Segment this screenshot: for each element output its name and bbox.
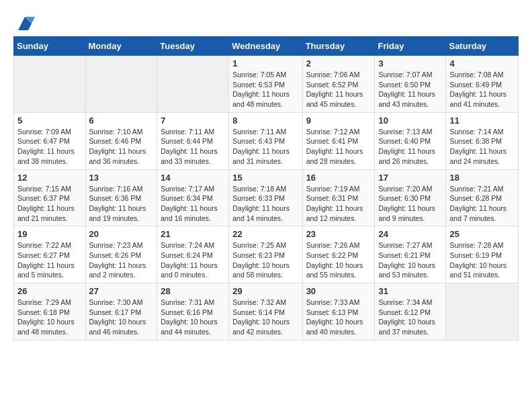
- calendar-cell: 10Sunrise: 7:13 AM Sunset: 6:40 PM Dayli…: [375, 112, 446, 169]
- day-info: Sunrise: 7:26 AM Sunset: 6:22 PM Dayligh…: [306, 240, 371, 280]
- day-info: Sunrise: 7:09 AM Sunset: 6:47 PM Dayligh…: [17, 127, 82, 167]
- calendar-week-5: 26Sunrise: 7:29 AM Sunset: 6:18 PM Dayli…: [14, 283, 519, 340]
- calendar-cell: 18Sunrise: 7:21 AM Sunset: 6:28 PM Dayli…: [446, 169, 519, 226]
- day-number: 11: [449, 116, 515, 126]
- calendar-cell: [157, 56, 229, 113]
- day-number: 4: [449, 58, 515, 68]
- calendar-week-3: 12Sunrise: 7:15 AM Sunset: 6:37 PM Dayli…: [14, 169, 519, 226]
- calendar-cell: 3Sunrise: 7:07 AM Sunset: 6:50 PM Daylig…: [375, 56, 446, 113]
- day-number: 9: [306, 116, 371, 126]
- calendar-cell: 27Sunrise: 7:30 AM Sunset: 6:17 PM Dayli…: [85, 283, 157, 340]
- day-info: Sunrise: 7:17 AM Sunset: 6:34 PM Dayligh…: [161, 184, 225, 224]
- day-number: 27: [89, 286, 154, 296]
- calendar-week-1: 1Sunrise: 7:05 AM Sunset: 6:53 PM Daylig…: [14, 56, 519, 113]
- day-number: 5: [17, 116, 82, 126]
- calendar-cell: 12Sunrise: 7:15 AM Sunset: 6:37 PM Dayli…: [14, 169, 86, 226]
- day-info: Sunrise: 7:10 AM Sunset: 6:46 PM Dayligh…: [89, 127, 154, 167]
- day-number: 17: [378, 173, 442, 183]
- calendar-cell: [85, 56, 157, 113]
- day-number: 6: [89, 116, 154, 126]
- day-info: Sunrise: 7:30 AM Sunset: 6:17 PM Dayligh…: [89, 298, 154, 337]
- day-info: Sunrise: 7:23 AM Sunset: 6:26 PM Dayligh…: [89, 240, 154, 280]
- day-info: Sunrise: 7:32 AM Sunset: 6:14 PM Dayligh…: [232, 298, 298, 337]
- day-info: Sunrise: 7:05 AM Sunset: 6:53 PM Dayligh…: [232, 70, 298, 109]
- day-info: Sunrise: 7:19 AM Sunset: 6:31 PM Dayligh…: [306, 184, 371, 224]
- day-info: Sunrise: 7:16 AM Sunset: 6:36 PM Dayligh…: [89, 184, 154, 224]
- calendar-cell: 1Sunrise: 7:05 AM Sunset: 6:53 PM Daylig…: [229, 56, 302, 113]
- day-number: 16: [306, 173, 371, 183]
- day-number: 10: [378, 116, 442, 126]
- day-info: Sunrise: 7:34 AM Sunset: 6:12 PM Dayligh…: [378, 298, 442, 337]
- day-number: 26: [17, 286, 82, 296]
- day-number: 22: [232, 229, 298, 239]
- day-info: Sunrise: 7:24 AM Sunset: 6:24 PM Dayligh…: [161, 240, 225, 280]
- calendar-cell: 20Sunrise: 7:23 AM Sunset: 6:26 PM Dayli…: [85, 226, 157, 283]
- calendar-cell: [446, 283, 519, 340]
- calendar-cell: 29Sunrise: 7:32 AM Sunset: 6:14 PM Dayli…: [229, 283, 302, 340]
- weekday-thursday: Thursday: [302, 37, 375, 56]
- day-info: Sunrise: 7:28 AM Sunset: 6:19 PM Dayligh…: [449, 240, 515, 280]
- calendar-cell: 22Sunrise: 7:25 AM Sunset: 6:23 PM Dayli…: [229, 226, 302, 283]
- day-number: 18: [449, 173, 515, 183]
- logo-icon: [15, 13, 35, 34]
- weekday-header-row: SundayMondayTuesdayWednesdayThursdayFrid…: [14, 37, 519, 56]
- weekday-tuesday: Tuesday: [157, 37, 229, 56]
- day-info: Sunrise: 7:31 AM Sunset: 6:16 PM Dayligh…: [161, 298, 225, 337]
- day-number: 30: [306, 286, 371, 296]
- calendar-cell: 4Sunrise: 7:08 AM Sunset: 6:49 PM Daylig…: [446, 56, 519, 113]
- calendar-cell: 15Sunrise: 7:18 AM Sunset: 6:33 PM Dayli…: [229, 169, 302, 226]
- calendar-cell: 26Sunrise: 7:29 AM Sunset: 6:18 PM Dayli…: [14, 283, 86, 340]
- calendar-cell: 17Sunrise: 7:20 AM Sunset: 6:30 PM Dayli…: [375, 169, 446, 226]
- day-info: Sunrise: 7:12 AM Sunset: 6:41 PM Dayligh…: [306, 127, 371, 167]
- day-number: 1: [232, 58, 298, 68]
- day-number: 19: [17, 229, 82, 239]
- day-info: Sunrise: 7:29 AM Sunset: 6:18 PM Dayligh…: [17, 298, 82, 337]
- day-number: 24: [378, 229, 442, 239]
- calendar-cell: 19Sunrise: 7:22 AM Sunset: 6:27 PM Dayli…: [14, 226, 86, 283]
- calendar-cell: 21Sunrise: 7:24 AM Sunset: 6:24 PM Dayli…: [157, 226, 229, 283]
- day-number: 29: [232, 286, 298, 296]
- calendar-cell: 25Sunrise: 7:28 AM Sunset: 6:19 PM Dayli…: [446, 226, 519, 283]
- day-info: Sunrise: 7:22 AM Sunset: 6:27 PM Dayligh…: [17, 240, 82, 280]
- calendar-header: SundayMondayTuesdayWednesdayThursdayFrid…: [14, 37, 519, 56]
- day-info: Sunrise: 7:13 AM Sunset: 6:40 PM Dayligh…: [378, 127, 442, 167]
- day-number: 8: [232, 116, 298, 126]
- day-info: Sunrise: 7:33 AM Sunset: 6:13 PM Dayligh…: [306, 298, 371, 337]
- day-info: Sunrise: 7:07 AM Sunset: 6:50 PM Dayligh…: [378, 70, 442, 109]
- calendar-cell: 9Sunrise: 7:12 AM Sunset: 6:41 PM Daylig…: [302, 112, 375, 169]
- day-info: Sunrise: 7:25 AM Sunset: 6:23 PM Dayligh…: [232, 240, 298, 280]
- calendar-cell: 6Sunrise: 7:10 AM Sunset: 6:46 PM Daylig…: [85, 112, 157, 169]
- day-number: 2: [306, 58, 371, 68]
- calendar-body: 1Sunrise: 7:05 AM Sunset: 6:53 PM Daylig…: [14, 56, 519, 340]
- day-number: 14: [161, 173, 225, 183]
- day-number: 7: [161, 116, 225, 126]
- weekday-sunday: Sunday: [14, 37, 86, 56]
- day-info: Sunrise: 7:20 AM Sunset: 6:30 PM Dayligh…: [378, 184, 442, 224]
- calendar-cell: 28Sunrise: 7:31 AM Sunset: 6:16 PM Dayli…: [157, 283, 229, 340]
- day-info: Sunrise: 7:27 AM Sunset: 6:21 PM Dayligh…: [378, 240, 442, 280]
- day-info: Sunrise: 7:11 AM Sunset: 6:43 PM Dayligh…: [232, 127, 298, 167]
- calendar-cell: [14, 56, 86, 113]
- day-number: 21: [161, 229, 225, 239]
- day-number: 13: [89, 173, 154, 183]
- day-info: Sunrise: 7:15 AM Sunset: 6:37 PM Dayligh…: [17, 184, 82, 224]
- calendar-table: SundayMondayTuesdayWednesdayThursdayFrid…: [13, 36, 519, 340]
- calendar-cell: 2Sunrise: 7:06 AM Sunset: 6:52 PM Daylig…: [302, 56, 375, 113]
- weekday-wednesday: Wednesday: [229, 37, 302, 56]
- day-info: Sunrise: 7:14 AM Sunset: 6:38 PM Dayligh…: [449, 127, 515, 167]
- day-number: 31: [378, 286, 442, 296]
- calendar-cell: 14Sunrise: 7:17 AM Sunset: 6:34 PM Dayli…: [157, 169, 229, 226]
- day-number: 12: [17, 173, 82, 183]
- calendar-cell: 8Sunrise: 7:11 AM Sunset: 6:43 PM Daylig…: [229, 112, 302, 169]
- calendar-cell: 31Sunrise: 7:34 AM Sunset: 6:12 PM Dayli…: [375, 283, 446, 340]
- day-number: 25: [449, 229, 515, 239]
- calendar-cell: 24Sunrise: 7:27 AM Sunset: 6:21 PM Dayli…: [375, 226, 446, 283]
- page-header: [13, 13, 519, 34]
- calendar-cell: 30Sunrise: 7:33 AM Sunset: 6:13 PM Dayli…: [302, 283, 375, 340]
- day-info: Sunrise: 7:21 AM Sunset: 6:28 PM Dayligh…: [449, 184, 515, 224]
- calendar-cell: 11Sunrise: 7:14 AM Sunset: 6:38 PM Dayli…: [446, 112, 519, 169]
- weekday-saturday: Saturday: [446, 37, 519, 56]
- logo: [13, 13, 35, 34]
- calendar-week-2: 5Sunrise: 7:09 AM Sunset: 6:47 PM Daylig…: [14, 112, 519, 169]
- calendar-cell: 23Sunrise: 7:26 AM Sunset: 6:22 PM Dayli…: [302, 226, 375, 283]
